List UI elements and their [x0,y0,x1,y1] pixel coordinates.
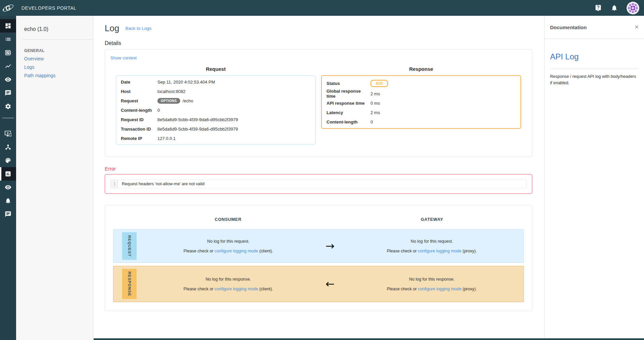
rail-chat-icon[interactable] [0,86,16,100]
check-suffix: (client). [258,249,273,253]
row-value: 0 [370,119,373,125]
svg-text:G: G [5,4,11,12]
rail-chat2-icon[interactable] [0,207,16,221]
check-prefix: Please check or [184,287,214,291]
error-code-line: 1 Request headers 'not-allow-me' are not… [110,180,527,188]
consumer-gateway-card: CONSUMER GATEWAY REQUEST No log for this… [105,205,532,311]
check-text: Please check or configure logging mode (… [340,249,524,253]
row-value: Sep 11, 2020 4:02:53.404 PM [157,80,215,85]
check-prefix: Please check or [387,287,418,291]
row-value: 0 [157,108,160,113]
row-label: Request [121,98,157,103]
no-log-text: No log for this request. [137,239,320,244]
body-row: echo (1.0) GENERAL Overview Logs Path ma… [0,16,644,340]
row-value: 0 ms [370,101,380,106]
error-box: 1 Request headers 'not-allow-me' are not… [105,174,532,194]
response-row-label: RESPONSE [122,269,137,299]
gateway-request-cell: No log for this request. Please check or… [340,239,524,253]
help-icon[interactable] [594,4,602,12]
consumer-heading: CONSUMER [136,217,320,222]
rail-eye2-icon[interactable] [0,181,16,194]
table-row: API response time 0 ms [322,98,521,108]
rail-eye-icon[interactable] [0,73,16,86]
row-label: API response time [327,101,370,106]
row-label: Transaction ID [121,127,157,132]
page-head: Log Back to Logs [105,23,532,34]
table-row: Content-length 0 [116,105,315,115]
doc-paragraph: Response / request API log with body/hea… [550,74,639,87]
row-value: localhost:8082 [157,89,186,94]
doc-article-title: API Log [550,52,639,61]
check-prefix: Please check or [387,249,418,253]
rail-device-hub-icon[interactable] [0,140,16,154]
top-bar: G DEVELOPERS PORTAL [0,0,644,16]
check-text: Please check or configure logging mode (… [137,249,320,253]
request-heading: Request [116,66,316,72]
rail-divider [2,118,14,118]
gravitee-logo[interactable]: G [0,0,16,16]
row-label: Latency [327,110,370,115]
flow-header: CONSUMER GATEWAY [113,217,524,222]
sidebar-item-logs[interactable]: Logs [24,64,93,70]
table-row: Date Sep 11, 2020 4:02:53.404 PM [116,77,315,87]
flow-header-spacer [320,217,340,222]
rail-trending-up-icon[interactable] [0,59,16,73]
sidebar-item-path-mappings[interactable]: Path mappings [24,73,93,78]
avatar[interactable] [627,2,639,14]
rail-bell-icon[interactable] [0,194,16,207]
no-log-text: No log for this response. [137,277,320,282]
gateway-response-cell: No log for this response. Please check o… [340,277,524,291]
sidebar-item-overview[interactable]: Overview [24,56,93,61]
table-row: Status 400 [322,78,521,89]
documentation-title: Documentation [550,25,587,30]
error-heading: Error [105,166,532,172]
rail-palette-icon[interactable] [0,154,16,167]
rail-bar-chart-icon[interactable] [0,167,16,181]
rail-important-devices-icon[interactable] [0,127,16,140]
main-content: Log Back to Logs Details Show context Re… [93,16,544,340]
side-divider [23,39,93,40]
app-title: DEVELOPERS PORTAL [21,5,77,11]
back-to-logs-link[interactable]: Back to Logs [125,26,151,31]
table-row: Remote IP 127.0.0.1 [116,134,315,143]
table-row: Host localhost:8082 [116,87,315,96]
notifications-icon[interactable] [610,4,618,12]
documentation-header: Documentation × [545,16,644,39]
rail-developer-board-icon[interactable] [0,46,16,59]
status-badge: 400 [370,80,388,87]
no-log-text: No log for this request. [340,239,524,244]
arrow-right-icon: → [320,240,340,252]
row-label: Status [327,81,370,86]
rail-dashboard-icon[interactable] [0,19,16,33]
details-heading: Details [105,40,532,46]
configure-logging-mode-link[interactable]: configure logging mode [418,287,461,291]
row-label: Content-length [121,108,157,113]
page-title: Log [105,23,119,34]
documentation-body: API Log Response / request API log with … [545,52,644,87]
row-label: Date [121,80,157,85]
check-prefix: Please check or [184,249,214,253]
response-column: Response Status 400 Global response time… [321,66,521,145]
flow-request-row: REQUEST No log for this request. Please … [113,229,524,263]
row-value: 2 ms [370,91,380,96]
check-suffix: (client). [258,287,273,291]
configure-logging-mode-link[interactable]: configure logging mode [418,249,461,253]
row-value: 127.0.0.1 [157,136,176,141]
row-value: /echo [183,98,193,103]
line-number: 1 [111,180,118,188]
close-icon[interactable]: × [635,25,639,29]
show-context-link[interactable]: Show context [110,55,137,60]
table-row: Content-length 0 [322,117,521,127]
general-section-label: GENERAL [24,48,93,53]
consumer-request-cell: No log for this request. Please check or… [137,239,320,253]
side-panel: echo (1.0) GENERAL Overview Logs Path ma… [16,16,93,340]
topbar-actions [594,2,644,14]
configure-logging-mode-link[interactable]: configure logging mode [214,287,258,291]
response-table: Status 400 Global response time 2 ms API… [321,75,521,129]
configure-logging-mode-link[interactable]: configure logging mode [214,249,258,253]
footer-bar [94,338,644,340]
rail-list-icon[interactable] [0,33,16,46]
row-label: Global response time [327,89,370,99]
check-suffix: (proxy). [461,249,477,253]
rail-settings-icon[interactable] [0,100,16,113]
